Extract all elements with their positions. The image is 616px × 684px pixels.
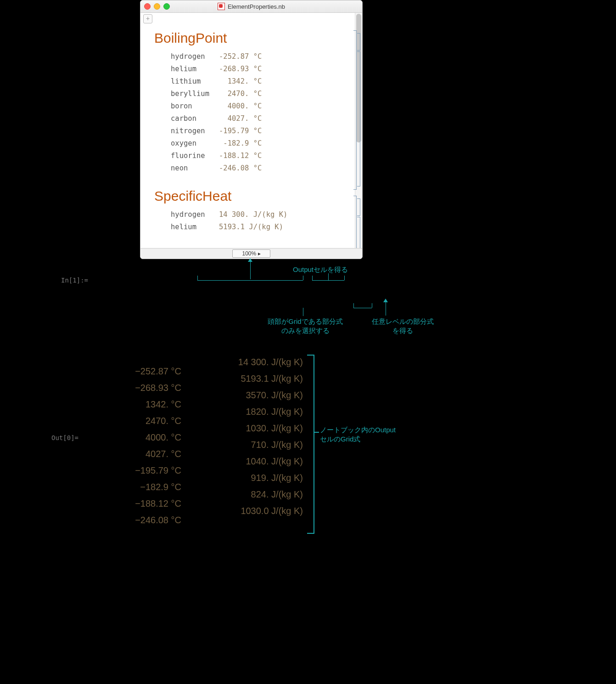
output-value: 824. J/(kg K) <box>202 486 303 503</box>
output-value: 1342. °C <box>90 396 181 413</box>
element-name: oxygen <box>171 137 219 150</box>
output-value: −195.79 °C <box>90 462 181 479</box>
output-value: −246.08 °C <box>90 512 181 528</box>
anno-line <box>312 276 313 280</box>
anno-line <box>312 280 344 281</box>
anno-grid-head: 頭部がGridである部分式 のみを選択する <box>257 317 353 335</box>
table-row: fluorine-188.12 °C <box>171 150 353 162</box>
table-row: oxygen -182.9 °C <box>171 137 353 150</box>
element-value: 14 300. J/(kg K) <box>219 209 287 221</box>
element-value: -182.9 °C <box>219 137 262 150</box>
element-value: 4027. °C <box>219 113 262 125</box>
boiling-grid: hydrogen-252.87 °Chelium-268.93 °Clithiu… <box>171 51 353 175</box>
element-name: lithium <box>171 75 219 88</box>
output-value: 1040. J/(kg K) <box>202 453 303 469</box>
output-value: 1030.0 J/(kg K) <box>202 503 303 519</box>
table-row: lithium 1342. °C <box>171 75 353 88</box>
anno-line <box>314 432 319 433</box>
arrow-up-icon <box>248 258 252 262</box>
element-name: beryllium <box>171 88 219 100</box>
cell-brackets <box>352 30 360 240</box>
notebook-body: BoilingPoint hydrogen-252.87 °Chelium-26… <box>140 13 362 254</box>
minimize-icon[interactable] <box>154 3 160 10</box>
section-heading-boiling: BoilingPoint <box>154 30 353 46</box>
traffic-lights <box>144 3 170 10</box>
element-name: helium <box>171 221 219 233</box>
output-value: 4027. °C <box>90 446 181 462</box>
in-label: In[1]:= <box>61 277 88 284</box>
element-name: hydrogen <box>171 51 219 63</box>
output-value: 4000. °C <box>90 429 181 446</box>
notebook-window: ElementProperties.nb + BoilingPoint hydr… <box>140 0 363 259</box>
anno-line <box>353 308 372 308</box>
anno-line <box>197 276 198 280</box>
table-row: neon-246.08 °C <box>171 162 353 175</box>
anno-grid-expr: ノートブック内のOutput セルのGrid式 <box>320 425 421 444</box>
element-value: 2470. °C <box>219 88 262 100</box>
output-value: −268.93 °C <box>90 379 181 396</box>
output-value: 710. J/(kg K) <box>202 436 303 453</box>
anno-output-cell: Outputセルを得る <box>284 265 357 274</box>
element-name: nitrogen <box>171 125 219 137</box>
anno-line <box>250 261 251 279</box>
anno-line <box>372 303 372 308</box>
output-value: 5193.1 J/(kg K) <box>202 370 303 387</box>
output-value: 14 300. J/(kg K) <box>202 354 303 370</box>
output-value: −252.87 °C <box>90 363 181 379</box>
table-row: nitrogen-195.79 °C <box>171 125 353 137</box>
element-value: -246.08 °C <box>219 162 262 175</box>
output-col2: 14 300. J/(kg K)5193.1 J/(kg K)3570. J/(… <box>202 354 303 519</box>
window-footer: 100% ▸ <box>140 248 362 259</box>
element-value: -268.93 °C <box>219 63 262 75</box>
element-value: -188.12 °C <box>219 150 262 162</box>
anno-line <box>303 308 303 316</box>
element-name: carbon <box>171 113 219 125</box>
output-value: −182.9 °C <box>90 479 181 495</box>
anno-line <box>386 302 386 316</box>
titlebar[interactable]: ElementProperties.nb <box>140 0 362 13</box>
zoom-control[interactable]: 100% ▸ <box>232 249 270 258</box>
output-col1: −252.87 °C−268.93 °C1342. °C2470. °C4000… <box>90 363 181 528</box>
table-row: helium-268.93 °C <box>171 63 353 75</box>
output-value: 919. J/(kg K) <box>202 469 303 486</box>
wolfram-icon <box>218 3 225 10</box>
element-name: boron <box>171 100 219 113</box>
specific-grid: hydrogen14 300. J/(kg K)helium5193.1 J/(… <box>171 209 353 233</box>
out-label: Out[0]= <box>51 434 78 441</box>
zoom-icon[interactable] <box>163 3 170 10</box>
title-text: ElementProperties.nb <box>228 3 285 10</box>
table-row: boron 4000. °C <box>171 100 353 113</box>
table-row: beryllium 2470. °C <box>171 88 353 100</box>
element-value: 1342. °C <box>219 75 262 88</box>
close-icon[interactable] <box>144 3 151 10</box>
anno-line <box>303 276 303 280</box>
anno-line <box>197 280 303 281</box>
output-value: 1820. J/(kg K) <box>202 403 303 420</box>
output-value: 2470. °C <box>90 413 181 429</box>
element-name: hydrogen <box>171 209 219 221</box>
anno-line <box>328 273 329 280</box>
arrow-up-icon <box>383 299 388 302</box>
element-name: fluorine <box>171 150 219 162</box>
table-row: carbon 4027. °C <box>171 113 353 125</box>
window-title: ElementProperties.nb <box>140 3 362 10</box>
element-value: -195.79 °C <box>219 125 262 137</box>
output-value: −188.12 °C <box>90 495 181 512</box>
bracket-icon <box>309 355 314 534</box>
section-heading-specific: SpecificHeat <box>154 188 353 204</box>
output-value: 1030. J/(kg K) <box>202 420 303 436</box>
output-value: 3570. J/(kg K) <box>202 387 303 403</box>
element-value: -252.87 °C <box>219 51 262 63</box>
element-value: 4000. °C <box>219 100 262 113</box>
anno-line <box>353 303 354 308</box>
element-name: helium <box>171 63 219 75</box>
anno-line <box>344 276 345 280</box>
element-value: 5193.1 J/(kg K) <box>219 221 283 233</box>
element-name: neon <box>171 162 219 175</box>
table-row: hydrogen-252.87 °C <box>171 51 353 63</box>
anno-any-level: 任意レベルの部分式 を得る <box>361 317 444 335</box>
table-row: hydrogen14 300. J/(kg K) <box>171 209 353 221</box>
table-row: helium5193.1 J/(kg K) <box>171 221 353 233</box>
